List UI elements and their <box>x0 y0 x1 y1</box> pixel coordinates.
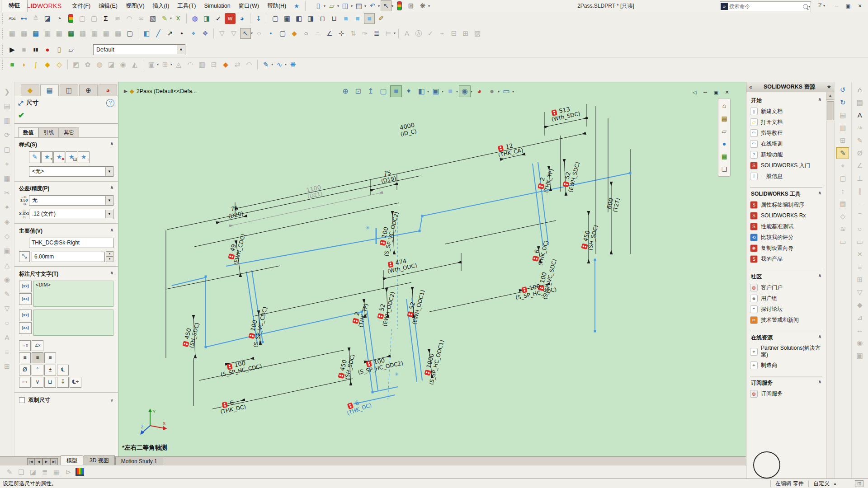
restore-left-icon[interactable]: ◁ <box>689 88 700 96</box>
wireframe-icon[interactable]: ▢ <box>377 85 389 97</box>
diameter-symbol-icon[interactable]: Ø <box>19 365 31 375</box>
sketch-point[interactable] <box>594 259 596 261</box>
section-cut-icon[interactable]: ◧ <box>415 85 427 97</box>
lasso-icon[interactable]: ○ <box>301 28 311 39</box>
select-arrow-icon[interactable]: ↖ <box>240 28 251 39</box>
dimension-label[interactable]: 49(EWH_CDC) <box>226 232 246 266</box>
sketch-line[interactable] <box>367 310 378 391</box>
drop-to-floor-icon[interactable]: ↧ <box>253 13 264 24</box>
dimension-label[interactable]: 1100(D21) <box>306 184 323 200</box>
more-symbols-icon[interactable]: ℄+ <box>70 377 81 388</box>
tolerance-dropdown[interactable]: 无 ▼ <box>29 195 113 206</box>
color-display-icon[interactable] <box>75 468 84 476</box>
dimension-line[interactable] <box>445 221 556 244</box>
hide-show-icon[interactable]: ◉ <box>459 85 471 97</box>
menu-7[interactable]: 窗口(W) <box>235 0 263 12</box>
record-dot-icon[interactable]: ● <box>42 44 53 55</box>
edit-sketch-icon[interactable]: ✎ <box>836 147 849 159</box>
style-button-1[interactable]: ✎ <box>29 151 41 163</box>
sketch-line[interactable] <box>354 395 395 404</box>
sensor-icon-dropdown[interactable]: ▾ <box>170 16 172 20</box>
instant3d-icon[interactable]: ✎ <box>260 59 271 70</box>
resource-item[interactable]: S属性标签编制程序 <box>750 201 822 209</box>
section-chevron-icon[interactable]: ∧ <box>818 190 821 198</box>
dimension-label[interactable]: 474(Wth_ODC) <box>386 255 418 274</box>
resource-item[interactable]: SSOLIDWORKS 入门 <box>750 162 822 169</box>
search-commands-icon[interactable]: » <box>721 3 728 10</box>
dimension-label[interactable]: 450(SH_SDC) <box>580 223 599 251</box>
ref-line-icon[interactable]: ╱ <box>153 28 164 39</box>
style-button-5[interactable]: ★↓ <box>78 151 90 163</box>
ref-axis-icon[interactable]: ↗ <box>165 28 175 39</box>
excel-table-icon[interactable]: X <box>173 13 184 24</box>
text-position-x-icon[interactable]: ↔x <box>19 340 31 351</box>
collapse-chevron-icon[interactable]: ∧ <box>110 270 113 278</box>
view-top-icon[interactable]: ⊓ <box>317 13 328 24</box>
symmetry-check-icon[interactable]: ◕ <box>236 13 247 24</box>
dimension-name-field[interactable]: THK_DC@Sk-Right <box>29 238 113 248</box>
view-trimetric-icon[interactable]: ■ <box>352 13 363 24</box>
dimension-label[interactable]: 2(THK_TP) <box>351 301 369 328</box>
view-isometric-icon[interactable]: ■ <box>340 13 351 24</box>
toolbar-grip[interactable] <box>2 14 5 23</box>
list-mini-icon[interactable]: ▤ <box>719 113 730 124</box>
countersink-symbol-icon[interactable]: ∨ <box>32 377 43 388</box>
menu-1[interactable]: 文件(F) <box>68 0 94 12</box>
model-tab-模型[interactable]: 模型 <box>61 455 83 465</box>
draft-analysis-icon[interactable]: ◨ <box>201 13 212 24</box>
sweep-icon[interactable]: ∫ <box>30 59 41 70</box>
search-magnifier-icon[interactable] <box>803 4 808 9</box>
boundary-boss-icon[interactable]: ◇ <box>54 59 65 70</box>
undo-view-icon[interactable]: ↺ <box>836 84 849 96</box>
spell-check-icon[interactable]: Abc <box>7 13 18 24</box>
sketch-point[interactable] <box>419 230 421 232</box>
new-table-icon[interactable]: ▦ <box>30 28 41 39</box>
save-icon[interactable]: ◫ <box>340 0 351 11</box>
select-cursor-icon-dropdown[interactable]: ▾ <box>392 4 393 8</box>
move-icon[interactable]: ⊹ <box>336 28 347 39</box>
dimension-label[interactable]: 6(THK_DC) <box>344 395 373 417</box>
view-front-icon[interactable]: ▢ <box>270 13 281 24</box>
view-left-icon[interactable]: ◧ <box>293 13 304 24</box>
pin-panel-icon[interactable]: ★ <box>824 84 834 90</box>
pattern-icon-dropdown[interactable]: ▾ <box>170 62 172 66</box>
degree-symbol-icon[interactable]: ° <box>32 365 43 375</box>
sketch-line[interactable] <box>256 312 362 335</box>
minimize-button[interactable]: ─ <box>831 1 842 10</box>
stack-icon[interactable]: ≣ <box>371 28 382 39</box>
dfm-icon[interactable]: W <box>225 13 236 24</box>
centerline-symbol-icon[interactable]: ℄ <box>57 365 69 375</box>
resource-item[interactable]: ?新增功能 <box>750 151 822 159</box>
rebuild-icon[interactable] <box>397 1 402 10</box>
view-settings-icon-dropdown[interactable]: ▾ <box>512 89 514 94</box>
sketch-line[interactable] <box>420 216 422 231</box>
resource-item[interactable]: ▱打开文档 <box>750 118 822 126</box>
toolbar-grip[interactable] <box>2 45 5 55</box>
home-icon[interactable]: ⌂ <box>854 84 866 96</box>
attach-icon[interactable]: ❖ <box>200 28 211 39</box>
precision-dropdown[interactable]: .12 (文件) ▼ <box>29 209 113 219</box>
ref-point-icon[interactable]: • <box>176 28 187 39</box>
dimension-text-area-1[interactable]: <DIM> <box>33 281 113 307</box>
magnify-icon[interactable]: ◌ <box>254 28 264 39</box>
dimension-label[interactable]: 6(THK_DC) <box>218 397 246 415</box>
redo-view-icon[interactable]: ↻ <box>836 97 849 108</box>
restore-button[interactable]: ▣ <box>843 1 854 10</box>
displaymanager-tab[interactable]: ◕ <box>99 84 117 96</box>
configurationmanager-tab[interactable]: ◫ <box>60 84 78 96</box>
section-chevron-icon[interactable]: ∧ <box>818 97 821 104</box>
dimension-value-field[interactable]: 6.00mm <box>32 252 105 262</box>
sketch-asterisk-point[interactable]: ✳ <box>394 371 398 377</box>
tolerance-dropdown-icon[interactable]: ▼ <box>105 196 113 205</box>
sketch-point[interactable] <box>629 172 632 174</box>
helix-icon[interactable]: ❋ <box>288 59 298 70</box>
resource-item[interactable]: ◠在线培训 <box>750 140 822 148</box>
view-cube-icon[interactable]: ■ <box>444 85 456 97</box>
view-orientation-icon-dropdown[interactable]: ▾ <box>442 89 443 94</box>
view-bottom-icon[interactable]: ⊔ <box>329 13 340 24</box>
undo-icon-dropdown[interactable]: ▾ <box>378 4 380 8</box>
fillet-icon-dropdown[interactable]: ▾ <box>157 62 159 66</box>
restore-doc-icon[interactable]: ▣ <box>711 88 722 96</box>
justify-right-icon[interactable]: ≡ <box>44 352 56 363</box>
close-doc-icon[interactable]: ✕ <box>722 88 732 96</box>
